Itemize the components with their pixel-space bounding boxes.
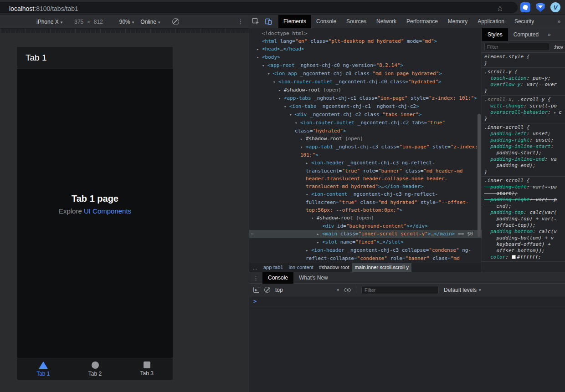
- css-line[interactable]: end);: [484, 203, 563, 209]
- twisty-icon[interactable]: ▾: [300, 143, 306, 151]
- twisty-icon[interactable]: ▾: [273, 78, 278, 86]
- twisty-icon[interactable]: ▾: [267, 70, 273, 78]
- elements-tree-row[interactable]: ▾<ion-app _ngcontent-chj-c0 class="md io…: [249, 70, 482, 78]
- twisty-icon[interactable]: ▾: [289, 111, 295, 119]
- breadcrumb-item[interactable]: #shadow-root: [316, 263, 352, 272]
- breadcrumb-item[interactable]: ion-content: [286, 263, 316, 272]
- devtools-tab-memory[interactable]: Memory: [443, 15, 473, 28]
- drawer-tab-what-s-new[interactable]: What's New: [293, 272, 334, 284]
- clear-console-icon[interactable]: [264, 287, 270, 293]
- breadcrumb-item[interactable]: app-tab1: [261, 263, 286, 272]
- twisty-icon[interactable]: ▸: [306, 247, 311, 255]
- elements-tree-row[interactable]: <div id="background-content"></div>: [249, 222, 482, 230]
- elements-tree-row[interactable]: ▾<ion-router-outlet _ngcontent-chj-c0 cl…: [249, 78, 482, 86]
- sidebar-tab-styles[interactable]: Styles: [482, 28, 508, 41]
- devtools-tab-application[interactable]: Application: [473, 15, 509, 28]
- css-line[interactable]: }: [484, 60, 563, 66]
- twisty-icon[interactable]: ▾: [295, 119, 300, 127]
- inspect-element-icon[interactable]: [252, 18, 259, 25]
- elements-tree-row[interactable]: ▸#shadow-root (open): [249, 135, 482, 143]
- css-line[interactable]: padding-right: var(--p: [484, 197, 563, 203]
- zoom-select[interactable]: 90%▾: [119, 19, 134, 25]
- elements-tree-row[interactable]: ▾#shadow-root (open): [249, 214, 482, 222]
- elements-tree-row[interactable]: ▾<app-tabs _nghost-chj-c1 class="ion-pag…: [249, 94, 482, 102]
- twisty-icon[interactable]: ▸: [317, 239, 322, 246]
- elements-tree-row[interactable]: ▾<ion-content _ngcontent-chj-c3 ng-refle…: [249, 190, 482, 214]
- css-line[interactable]: start);: [484, 190, 563, 197]
- bookmark-star-icon[interactable]: ☆: [497, 4, 503, 13]
- elements-tree-row[interactable]: ▾<app-tab1 _nghost-chj-c3 class="ion-pag…: [249, 143, 482, 159]
- elements-tree-row[interactable]: ▸<ion-header _ngcontent-chj-c3 ng-reflec…: [249, 159, 482, 190]
- extension-icon-3[interactable]: V: [550, 2, 560, 12]
- extension-icon-1[interactable]: [520, 2, 530, 12]
- css-line[interactable]: will-change: scroll-po: [484, 103, 563, 109]
- rotate-device-icon[interactable]: [172, 18, 179, 25]
- css-line[interactable]: }: [484, 116, 563, 122]
- css-line[interactable]: padding-top: calc(var(: [484, 209, 563, 216]
- throttling-select[interactable]: Online▾: [140, 19, 160, 25]
- address-bar[interactable]: localhost:8100/tabs/tab1 ☆: [0, 2, 518, 13]
- scrollbar-thumb[interactable]: [478, 114, 481, 237]
- css-line[interactable]: offset-top));: [484, 222, 563, 229]
- device-height-field[interactable]: 812: [94, 19, 103, 25]
- toggle-device-toolbar-icon[interactable]: [265, 18, 272, 25]
- css-line[interactable]: touch-action: pan-y;: [484, 75, 563, 81]
- devtools-tab-performance[interactable]: Performance: [401, 15, 443, 28]
- elements-tree-row[interactable]: ▸<slot name="fixed">…</slot>: [249, 238, 482, 246]
- elements-tree-row[interactable]: ▸#shadow-root (open): [249, 86, 482, 94]
- css-line[interactable]: overscroll-behavior: ▸ c: [484, 109, 563, 116]
- twisty-icon[interactable]: ▾: [278, 95, 284, 102]
- devtools-tab-console[interactable]: Console: [311, 15, 341, 28]
- twisty-icon[interactable]: ▾: [262, 62, 267, 70]
- devtools-tab-elements[interactable]: Elements: [278, 15, 311, 28]
- elements-tree-row[interactable]: ▾<ion-tabs _ngcontent-chj-c1 _nghost-chj…: [249, 102, 482, 111]
- elements-tree-row[interactable]: <!doctype html>: [249, 30, 482, 37]
- color-swatch[interactable]: [512, 255, 516, 259]
- twisty-icon[interactable]: ▾: [311, 214, 317, 222]
- twisty-icon[interactable]: ▸: [317, 230, 322, 238]
- live-expression-eye-icon[interactable]: [344, 288, 351, 292]
- elements-tree-row[interactable]: ▸<ion-header _ngcontent-chj-c3 collapse=…: [249, 246, 482, 263]
- twisty-icon[interactable]: ▸: [306, 159, 311, 167]
- breadcrumb-item[interactable]: main.inner-scroll.scroll-y: [352, 263, 412, 272]
- console-prompt[interactable]: >: [249, 296, 565, 306]
- twisty-icon[interactable]: ▾: [284, 103, 289, 111]
- preview-tab-tab-1[interactable]: Tab 1: [17, 358, 69, 380]
- extension-icon-2[interactable]: [535, 2, 545, 12]
- console-filter-input[interactable]: [361, 286, 439, 294]
- css-line[interactable]: .inner-scroll {: [484, 124, 563, 131]
- css-line[interactable]: .inner-scroll {: [484, 178, 563, 184]
- twisty-icon[interactable]: ▸: [278, 87, 284, 94]
- preview-tab-tab-2[interactable]: Tab 2: [69, 358, 121, 380]
- css-line[interactable]: padding-left: var(--pa: [484, 184, 563, 190]
- devtools-tab-security[interactable]: Security: [509, 15, 539, 28]
- device-viewport[interactable]: Tab 1 Tab 1 page Explore UI Components T…: [17, 47, 173, 380]
- more-tabs-icon[interactable]: »: [553, 18, 565, 25]
- elements-tree-row[interactable]: ▾<app-root _nghost-chj-c0 ng-version="8.…: [249, 61, 482, 70]
- elements-tree-row[interactable]: ▸<head>…</head>: [249, 45, 482, 53]
- devtools-tab-sources[interactable]: Sources: [341, 15, 371, 28]
- css-line[interactable]: padding-left: unset;: [484, 131, 563, 137]
- elements-tree-row[interactable]: <html lang="en" class="plt-desktop md hy…: [249, 37, 482, 45]
- device-select[interactable]: iPhone X▾: [36, 19, 62, 25]
- css-line[interactable]: padding-end);: [484, 163, 563, 169]
- css-line[interactable]: offset-bottom));: [484, 248, 563, 254]
- css-line[interactable]: .scroll-x, .scroll-y {: [484, 97, 563, 103]
- elements-tree-row[interactable]: ▾<ion-router-outlet _ngcontent-chj-c2 ta…: [249, 119, 482, 135]
- styles-filter-input[interactable]: [484, 43, 550, 51]
- console-sidebar-icon[interactable]: ▶: [253, 287, 259, 293]
- css-line[interactable]: padding-inline-end: va: [484, 156, 563, 163]
- twisty-icon[interactable]: ▸: [257, 46, 262, 53]
- css-line[interactable]: padding-start);: [484, 150, 563, 156]
- css-line[interactable]: }: [484, 88, 563, 94]
- url-text[interactable]: localhost:8100/tabs/tab1: [9, 5, 78, 12]
- sidebar-tab-computed[interactable]: Computed: [508, 28, 544, 41]
- ui-components-link[interactable]: UI Components: [84, 207, 131, 215]
- hov-toggle[interactable]: :hov: [554, 44, 563, 50]
- devtools-tab-network[interactable]: Network: [371, 15, 401, 28]
- breadcrumb-overflow-icon[interactable]: …: [249, 265, 261, 270]
- device-toolbar-menu-icon[interactable]: ⋮: [237, 18, 243, 25]
- css-line[interactable]: padding-bottom: calc(v: [484, 229, 563, 235]
- twisty-icon[interactable]: ▾: [306, 191, 311, 199]
- css-line[interactable]: padding-bottom) + v: [484, 235, 563, 241]
